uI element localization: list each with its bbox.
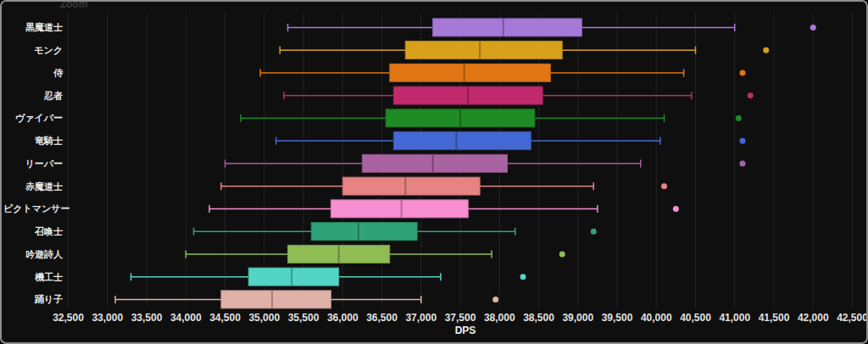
- box-1[interactable]: [405, 42, 562, 59]
- y-axis-label-1: モンク: [3, 44, 63, 56]
- y-axis-label-5: 竜騎士: [3, 135, 63, 147]
- y-axis-label-8: ピクトマンサー: [3, 203, 63, 214]
- y-axis-label-0: 黒魔道士: [3, 21, 63, 33]
- outlier-dot[interactable]: [559, 251, 565, 257]
- outlier-dot[interactable]: [673, 206, 679, 212]
- y-axis-label-12: 踊り子: [3, 293, 63, 305]
- box-9[interactable]: [311, 223, 417, 241]
- y-axis-label-10: 吟遊詩人: [3, 248, 63, 260]
- y-axis-label-11: 機工士: [3, 271, 63, 283]
- outlier-dot[interactable]: [748, 92, 754, 98]
- box-5[interactable]: [393, 132, 531, 150]
- box-2[interactable]: [390, 64, 551, 81]
- outlier-dot[interactable]: [492, 297, 498, 302]
- y-axis-label-9: 召喚士: [3, 225, 63, 237]
- box-7[interactable]: [342, 177, 480, 195]
- outlier-dot[interactable]: [810, 25, 816, 31]
- y-axis-label-4: ヴァイパー: [3, 112, 63, 124]
- x-axis-title: DPS: [431, 325, 499, 336]
- outlier-dot[interactable]: [520, 274, 526, 280]
- y-axis-label-7: 赤魔道士: [3, 180, 63, 192]
- outlier-dot[interactable]: [661, 183, 667, 189]
- outlier-dot[interactable]: [736, 115, 742, 121]
- outlier-dot[interactable]: [740, 138, 746, 144]
- box-0[interactable]: [433, 19, 582, 36]
- box-11[interactable]: [248, 268, 338, 286]
- outlier-dot[interactable]: [591, 229, 597, 235]
- y-axis-label-6: リーパー: [3, 158, 63, 169]
- y-axis-label-2: 侍: [3, 67, 63, 79]
- boxplot-canvas: [2, 2, 866, 342]
- box-6[interactable]: [362, 154, 507, 172]
- box-12[interactable]: [221, 291, 331, 308]
- y-axis-label-3: 忍者: [3, 90, 63, 102]
- outlier-dot[interactable]: [763, 47, 769, 53]
- outlier-dot[interactable]: [740, 69, 746, 75]
- box-8[interactable]: [331, 200, 468, 218]
- x-tick-label: 42,500: [823, 312, 868, 324]
- outlier-dot[interactable]: [740, 160, 746, 166]
- chart-frame: Zoom 黒魔道士モンク侍忍者ヴァイパー竜騎士リーパー赤魔道士ピクトマンサー召喚…: [0, 0, 868, 344]
